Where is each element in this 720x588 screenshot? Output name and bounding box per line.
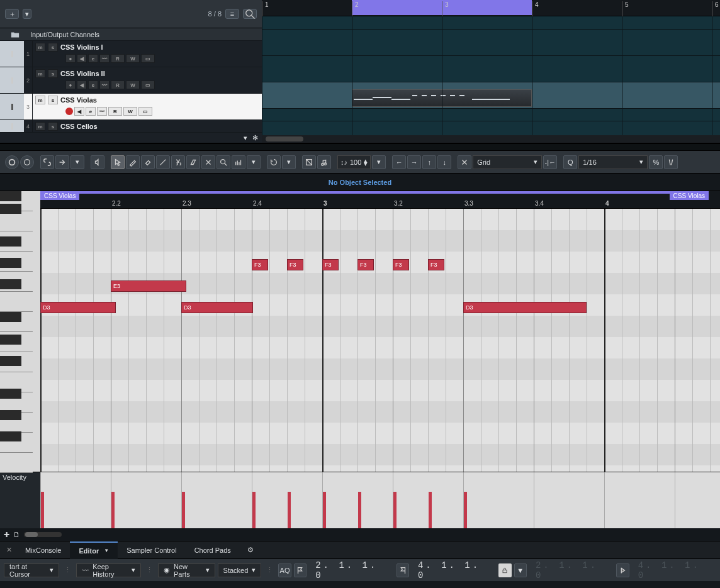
new-parts-dropdown[interactable]: ◉New Parts▾ xyxy=(158,563,215,577)
velocity-bar[interactable] xyxy=(111,492,115,528)
snap-type-dropdown[interactable]: Grid▾ xyxy=(473,155,542,169)
lower-tab[interactable]: Editor▼ xyxy=(70,541,118,559)
velocity-lane[interactable] xyxy=(40,472,720,528)
retro-record-menu[interactable]: ▾ xyxy=(282,155,296,169)
piano-keyboard[interactable]: C3 xyxy=(0,191,40,472)
edit-channel-button[interactable]: e xyxy=(86,107,96,116)
auto-scroll-button[interactable] xyxy=(55,155,69,169)
track-row[interactable]: 4 m s CSS Cellos xyxy=(0,120,262,133)
solo-button[interactable]: s xyxy=(48,122,58,131)
solo-editor-button[interactable] xyxy=(5,155,19,169)
punch-out-flag-icon[interactable] xyxy=(616,563,629,577)
track-name[interactable]: CSS Cellos xyxy=(60,123,98,130)
mute-button[interactable]: m xyxy=(35,122,45,131)
trim-tool[interactable] xyxy=(156,155,170,169)
vertical-splitter[interactable] xyxy=(0,143,720,151)
track-preset-menu[interactable]: ▾ xyxy=(23,9,31,19)
quantize-settings-button[interactable] xyxy=(664,155,678,169)
nudge-down-button[interactable]: ↓ xyxy=(437,155,451,169)
freeze-button[interactable]: 〰 xyxy=(97,107,107,116)
velocity-bar[interactable] xyxy=(393,492,397,528)
pianoroll-grid[interactable]: D3E3D3F3F3F3F3F3F3D3 xyxy=(40,209,720,472)
track-handle[interactable] xyxy=(0,120,24,132)
midi-note[interactable]: F3 xyxy=(357,259,374,270)
arrange-ruler[interactable]: 123456 xyxy=(262,0,720,16)
monitor-button[interactable]: ◀ xyxy=(74,107,84,116)
track-row[interactable]: 1 m s CSS Violins I ● ◀ e 〰 R W ▭ xyxy=(0,41,262,67)
midi-note[interactable]: F3 xyxy=(287,259,303,270)
punch-lock-button[interactable] xyxy=(498,563,511,577)
freeze-button[interactable]: 〰 xyxy=(99,80,110,89)
right-locator-time[interactable]: 4. 1. 1. 0 xyxy=(412,560,496,580)
monitor-button[interactable]: ◀ xyxy=(77,80,87,89)
quantize-preset-dropdown[interactable]: 1/16▾ xyxy=(578,155,648,169)
io-channels-row[interactable]: Input/Output Channels xyxy=(0,28,262,41)
editor-hscroll[interactable] xyxy=(24,532,62,537)
edit-channel-button[interactable]: e xyxy=(88,54,98,63)
glue-tool[interactable] xyxy=(186,155,200,169)
retro-record-button[interactable] xyxy=(267,155,281,169)
lanes-button[interactable]: ▭ xyxy=(141,80,155,89)
line-tool-menu[interactable]: ▾ xyxy=(247,155,261,169)
velocity-bar[interactable] xyxy=(182,492,185,528)
nudge-right-button[interactable]: → xyxy=(407,155,421,169)
read-automation-button[interactable]: R xyxy=(111,54,125,63)
tracklist-menu-arrow-icon[interactable]: ▾ xyxy=(244,134,247,142)
solo-button[interactable]: s xyxy=(48,69,58,78)
midi-note[interactable]: D3 xyxy=(463,302,587,313)
midi-note[interactable]: D3 xyxy=(181,302,253,313)
left-locator-flag-icon[interactable] xyxy=(294,563,307,577)
split-tool[interactable] xyxy=(171,155,185,169)
mute-button[interactable]: m xyxy=(35,96,45,104)
snap-button[interactable] xyxy=(458,155,471,169)
note-expression-button[interactable] xyxy=(317,155,331,169)
track-name[interactable]: CSS Violins II xyxy=(60,70,105,77)
link-button[interactable] xyxy=(40,155,54,169)
velocity-bar[interactable] xyxy=(358,492,361,528)
acoustic-feedback-button[interactable] xyxy=(91,155,104,169)
erase-tool[interactable] xyxy=(141,155,155,169)
write-automation-button[interactable]: W xyxy=(126,80,140,89)
read-automation-button[interactable]: R xyxy=(111,80,125,89)
left-locator-time[interactable]: 2. 1. 1. 0 xyxy=(309,560,393,580)
mute-tool[interactable] xyxy=(201,155,215,169)
punch-out-time[interactable]: 4. 1. 1. 0 xyxy=(632,560,716,580)
arrange-area[interactable]: 123456 xyxy=(262,0,720,143)
tracklist-settings-icon[interactable]: ✻ xyxy=(252,134,258,142)
midi-note[interactable]: F3 xyxy=(428,259,444,270)
stacked-dropdown[interactable]: Stacked▾ xyxy=(218,563,262,577)
quantize-button[interactable]: Q xyxy=(563,155,577,169)
track-row[interactable]: 3 m s CSS Violas ◀ e 〰 R W ▭ xyxy=(0,94,262,120)
lanes-button[interactable]: ▭ xyxy=(138,107,152,116)
velocity-bar[interactable] xyxy=(429,492,432,528)
solo-button[interactable]: s xyxy=(48,43,58,52)
close-lower-zone-button[interactable]: ✕ xyxy=(3,546,15,554)
lower-tab[interactable]: MixConsole xyxy=(16,541,70,559)
punch-settings-icon[interactable]: ▼ xyxy=(514,563,527,577)
add-track-button[interactable]: ＋ xyxy=(5,9,19,19)
right-locator-flag-icon[interactable] xyxy=(397,563,409,577)
color-button[interactable] xyxy=(302,155,316,169)
track-handle[interactable] xyxy=(0,67,24,93)
midi-note[interactable]: F3 xyxy=(322,259,339,270)
velocity-bar[interactable] xyxy=(252,492,256,528)
velocity-menu[interactable]: ▾ xyxy=(372,155,386,169)
arrange-hscroll[interactable] xyxy=(262,135,720,143)
write-automation-button[interactable]: W xyxy=(123,107,137,116)
monitor-button[interactable]: ◀ xyxy=(77,54,87,63)
record-mode-dropdown[interactable]: tart at Cursor▾ xyxy=(4,563,59,577)
midi-note[interactable]: F3 xyxy=(252,259,268,270)
track-name[interactable]: CSS Violins I xyxy=(60,43,103,51)
track-handle[interactable] xyxy=(0,41,24,67)
lower-zone-settings-icon[interactable]: ⚙ xyxy=(241,546,260,554)
midi-note[interactable]: E3 xyxy=(111,280,186,292)
draw-tool[interactable] xyxy=(126,155,140,169)
velocity-bar[interactable] xyxy=(464,492,467,528)
aq-button[interactable]: AQ xyxy=(278,563,291,577)
record-editor-button[interactable] xyxy=(20,155,34,169)
zoom-tool[interactable] xyxy=(217,155,230,169)
part-name-right[interactable]: CSS Violas xyxy=(670,191,709,200)
mute-button[interactable]: m xyxy=(35,43,45,52)
edit-channel-button[interactable]: e xyxy=(88,80,98,89)
line-tool[interactable] xyxy=(232,155,245,169)
